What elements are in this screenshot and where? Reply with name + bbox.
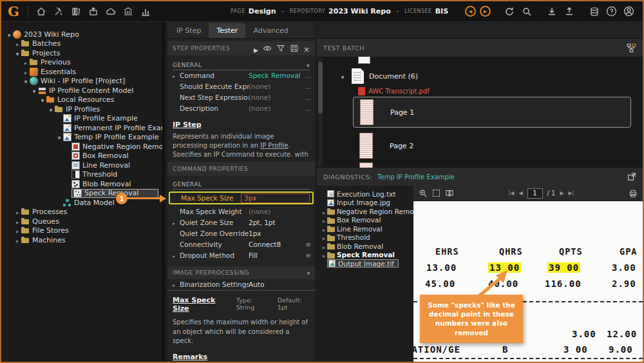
property-row-next-step[interactable]: Next Step Expression (none) [167,92,315,103]
select-region-icon[interactable] [433,190,440,197]
page-thumbnail[interactable] [360,99,374,125]
tree-item-negative-region-removal[interactable]: Negative Region Removal [1,142,162,152]
previous-page-icon[interactable] [518,190,522,196]
tree-item-wiki-ip-profile-project[interactable]: Wiki - IP Profile [Project] [1,77,162,86]
close-icon[interactable] [303,43,310,55]
page-row[interactable]: Page 2 [353,130,631,161]
expander-icon[interactable] [321,242,327,250]
document-label[interactable]: Document (6) [369,72,418,81]
ellipsis-button[interactable] [302,105,311,112]
page-number-input[interactable]: 1 [527,188,543,199]
ip-profile-link[interactable]: IP Profile [260,142,288,149]
property-row-quiet-zone-override[interactable]: Quiet Zone Override 1px [167,228,315,239]
expander-icon[interactable] [47,105,55,113]
expander-icon[interactable] [39,95,46,104]
tree-item-ip-profile-example[interactable]: IP Profile Example [1,114,162,124]
diag-item-output-image-selected[interactable]: Output Image.tif [321,259,413,268]
tree-item-previous[interactable]: Previous [1,58,162,68]
property-row-binarization-settings[interactable]: Binarization Settings Auto [167,279,315,290]
expander-icon[interactable] [55,133,63,141]
tree-item-ip-profile-content-model[interactable]: IP Profile Content Model [1,86,162,95]
first-page-icon[interactable] [509,190,515,196]
next-page-icon[interactable] [560,190,564,196]
diag-item-threshold[interactable]: Threshold [321,233,413,242]
expander-icon[interactable] [22,58,30,66]
page-value[interactable]: Design [249,7,276,15]
general-section-header-2[interactable]: GENERAL [173,181,310,190]
expander-icon[interactable] [14,217,21,226]
ellipsis-button[interactable] [302,83,311,90]
property-row-description[interactable]: Description (none) [167,103,315,114]
expander-icon[interactable] [14,226,21,235]
last-page-icon[interactable] [569,190,574,196]
batch-process-icon[interactable] [627,43,636,53]
property-row-quiet-zone-size[interactable]: Quiet Zone Size 2pt, 1pt [167,217,315,228]
help-icon[interactable] [604,4,619,19]
tree-item-2023-wiki-repo[interactable]: 2023 Wiki Repo [1,30,162,39]
tree-item-machines[interactable]: Machines [1,235,162,245]
database-icon[interactable] [587,4,601,19]
selected-item-box[interactable]: Output Image.tif [327,259,399,268]
chevron-down-icon[interactable]: ▼ [307,271,310,275]
expander-icon[interactable] [321,225,327,233]
tree-item-local-resources[interactable]: Local Resources [1,95,162,105]
document-row[interactable]: Document (6) [339,68,418,84]
tree-item-data-model[interactable]: Data Model [1,198,162,208]
filter-icon[interactable] [276,44,285,53]
back-button[interactable]: ◀ [465,6,476,17]
tools-icon[interactable] [52,4,66,19]
row-expander-icon[interactable] [173,219,178,226]
expander-icon[interactable] [339,72,346,81]
print-icon[interactable] [629,189,638,198]
output-image-canvas[interactable]: EHRS QHRS QPTS GPA 13.00 13 00 39 00 3.0… [413,201,643,362]
diag-item-input-image[interactable]: Input Image.jpg [321,199,413,208]
tree-item-permanent-ip-profile-example[interactable]: Permanent IP Profile Example [1,123,162,133]
row-expander-icon[interactable] [173,251,178,259]
expander-icon[interactable] [14,49,21,57]
dropdown-menu-icon[interactable] [303,240,311,248]
ellipsis-button[interactable] [302,72,311,79]
open-external-icon[interactable] [627,172,636,181]
page-row-selected[interactable]: Page 1 [353,97,631,128]
download-icon[interactable] [544,4,559,19]
search-icon[interactable] [519,4,534,19]
tree-item-batches[interactable]: Batches [1,39,162,49]
tree-item-box-removal[interactable]: Box Removal [1,152,162,161]
tree-item-line-removal[interactable]: Line Removal [1,161,162,170]
tree-item-file-stores[interactable]: File Stores [1,226,162,236]
file-label[interactable]: AWC Transcript.pdf [368,88,430,95]
upload-icon[interactable] [562,4,576,19]
tab-advanced[interactable]: Advanced [245,23,296,38]
diag-item-box-removal[interactable]: Box Removal [321,216,413,225]
expander-icon[interactable] [14,236,21,244]
expander-icon[interactable] [321,208,327,215]
selected-node-box[interactable]: Speck Removal [71,189,158,198]
diag-item-speck-removal[interactable]: Speck Removal [321,251,413,260]
forward-button[interactable]: ▶ [480,6,491,17]
cloud-icon[interactable] [104,4,118,19]
home-icon[interactable] [34,4,49,19]
save-icon[interactable] [290,44,299,53]
tree-item-temp-ip-profile-example[interactable]: Temp IP Profile Example [1,133,162,142]
ip-command-link[interactable]: IP Command [214,151,255,157]
row-expander-icon[interactable] [173,280,178,288]
expander-icon[interactable] [321,216,327,224]
tree-item-threshold[interactable]: Threshold [1,170,162,180]
diag-item-blob-removal[interactable]: Blob Removal [321,242,413,251]
property-row-max-speck-size-highlighted[interactable]: Max Speck Size 3px [169,191,314,204]
batches-icon[interactable] [86,4,101,19]
expander-icon[interactable] [22,77,30,85]
property-row-should-execute[interactable]: Should Execute Expression (none) [167,81,315,92]
tree-item-projects[interactable]: Projects [1,48,162,58]
expander-icon[interactable] [321,233,327,241]
tree-item-blob-removal[interactable]: Blob Removal [1,179,162,189]
max-speck-size-value[interactable]: 3px [241,193,310,203]
diag-item-negative-region-removal[interactable]: Negative Region Removal [321,207,413,216]
diag-item-line-removal[interactable]: Line Removal [321,224,413,233]
attached-file-row[interactable]: AWC Transcript.pdf [358,87,430,95]
tree-item-queues[interactable]: Queues [1,217,162,226]
machines-icon[interactable] [121,4,136,19]
pages-icon[interactable] [445,189,454,198]
expander-icon[interactable] [321,251,327,259]
diag-item-execution-log[interactable]: Execution Log.txt [321,190,413,199]
